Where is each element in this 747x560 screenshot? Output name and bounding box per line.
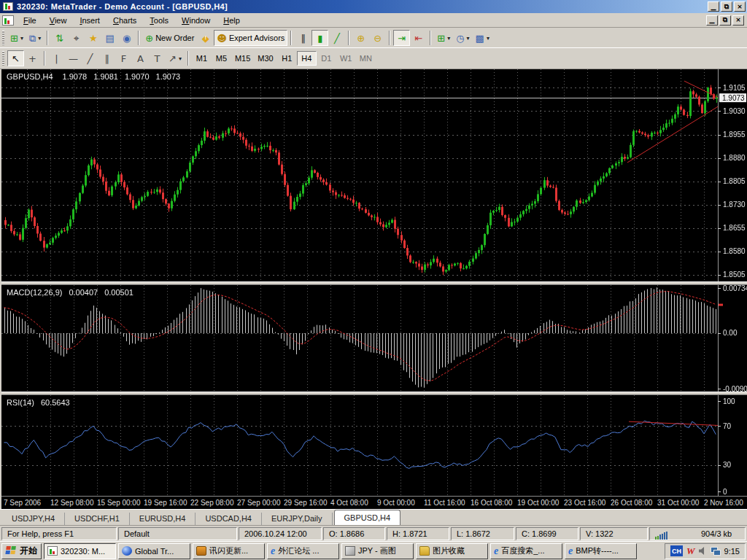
timeframe-w1[interactable]: W1 (336, 51, 356, 66)
rsi-panel-canvas[interactable] (1, 395, 747, 496)
mdi-close-button[interactable]: × (732, 15, 744, 26)
fibonacci-button[interactable]: F (115, 50, 132, 66)
periods-button[interactable]: ◷▾ (453, 30, 472, 46)
taskbar-task[interactable]: 320230: M... (44, 543, 116, 559)
profiles-button[interactable]: ⧉▾ (26, 30, 44, 46)
timeframe-m5[interactable]: M5 (212, 51, 231, 66)
chart-tab-eurjpy-daily[interactable]: EURJPY,Daily (262, 513, 333, 525)
metaeditor-alert-icon[interactable]: ◆! (197, 30, 214, 46)
text-button[interactable]: A (132, 50, 149, 66)
indicators-button[interactable]: ⊞▾ (434, 30, 453, 46)
taskbar-task[interactable]: 图片收藏 (416, 543, 488, 559)
volume-icon[interactable] (699, 547, 707, 555)
chart-tab-usdjpy-h4[interactable]: USDJPY,H4 (2, 513, 65, 525)
network-icon[interactable] (711, 547, 721, 556)
taskbar-task[interactable]: JPY - 画图 (341, 543, 414, 559)
chart-tab-eurusd-h4[interactable]: EURUSD,H4 (130, 513, 196, 525)
indicators-button-dropdown-icon[interactable]: ▾ (447, 35, 450, 42)
taskbar-task[interactable]: e百度搜索_... (490, 543, 562, 559)
toolbar-grip[interactable] (2, 51, 4, 66)
templates-button-dropdown-icon[interactable]: ▾ (487, 35, 489, 42)
zoom-in-button[interactable]: ⊕ (352, 30, 369, 46)
taskbar-task[interactable]: eBMP转----... (565, 543, 637, 559)
line-chart-button[interactable]: ╱ (328, 30, 345, 46)
chart-shift-button[interactable]: ⇤ (410, 30, 427, 46)
navigator-button[interactable]: ★ (85, 30, 101, 46)
mdi-restore-button[interactable]: ⧉ (719, 15, 731, 26)
templates-button[interactable]: ▩▾ (473, 30, 492, 46)
timeframe-d1[interactable]: D1 (317, 51, 336, 66)
auto-scroll-button[interactable]: ⇥ (393, 30, 410, 46)
toolbar-grip[interactable] (2, 31, 4, 45)
menu-file[interactable]: File (17, 15, 43, 26)
restore-button[interactable]: ⧉ (721, 1, 732, 12)
connection-traffic: 904/3 kb (701, 529, 732, 538)
bar-chart-icon: ‖ (301, 34, 306, 43)
new-chart-button[interactable]: ⊞▾ (7, 30, 26, 46)
indicators-icon: ⊞ (437, 34, 445, 43)
price-chart-canvas[interactable] (1, 69, 747, 281)
window-title: 320230: MetaTrader - Demo Account - [GBP… (17, 2, 228, 11)
orange-icon (196, 546, 206, 556)
start-button[interactable]: 开始 (1, 543, 42, 559)
arrows-button[interactable]: ↗▾ (166, 50, 185, 66)
menu-charts[interactable]: Charts (107, 15, 143, 26)
expert-advisors-button[interactable]: ☻Expert Advisors (214, 30, 287, 46)
windows-logo-icon (5, 546, 18, 556)
vertical-line-button[interactable]: | (48, 50, 65, 66)
taskbar-task[interactable]: e外汇论坛 ... (267, 543, 339, 559)
new-chart-button-dropdown-icon[interactable]: ▾ (20, 35, 23, 42)
menu-help[interactable]: Help (217, 15, 247, 26)
status-close: C: 1.8699 (516, 527, 578, 540)
sogou-icon[interactable]: W (686, 545, 695, 557)
chart-tab-gbpusd-h4[interactable]: GBPUSD,H4 (334, 510, 401, 525)
taskbar-task[interactable]: Global Tr... (118, 543, 190, 559)
new-order-button[interactable]: ⊕New Order (142, 30, 197, 46)
timeframe-h4[interactable]: H4 (297, 51, 317, 66)
time-axis-label: 26 Oct 08:00 (611, 499, 652, 507)
ime-indicator[interactable]: CH (670, 545, 683, 556)
market-watch-button[interactable]: ⇅ (51, 30, 68, 46)
cursor-button[interactable]: ↖ (7, 50, 24, 66)
fibonacci-icon: F (121, 54, 126, 63)
channel-button[interactable]: ∥ (98, 50, 115, 66)
menu-window[interactable]: Window (175, 15, 217, 26)
periods-button-dropdown-icon[interactable]: ▾ (467, 35, 470, 42)
timeframe-h1[interactable]: H1 (277, 51, 297, 66)
profiles-button-dropdown-icon[interactable]: ▾ (38, 35, 41, 42)
close-button[interactable]: × (734, 1, 746, 12)
taskbar-task[interactable]: 讯闪更新... (193, 543, 265, 559)
candlestick-chart-icon: ▮ (317, 34, 322, 43)
zoom-out-button[interactable]: ⊖ (369, 30, 386, 46)
minimize-button[interactable]: ▁ (708, 1, 719, 12)
menu-tools[interactable]: Tools (143, 15, 175, 26)
crosshair-button[interactable]: + (24, 50, 41, 66)
time-axis-label: 15 Sep 00:00 (97, 499, 141, 507)
mdi-minimize-button[interactable]: ▁ (706, 15, 718, 26)
timeframe-mn[interactable]: MN (356, 51, 376, 66)
timeframe-m1[interactable]: M1 (192, 51, 212, 66)
time-axis[interactable]: 7 Sep 200612 Sep 08:0015 Sep 00:0019 Sep… (1, 496, 747, 509)
chart-mdi-icon[interactable] (2, 15, 14, 26)
auto-scroll-icon: ⇥ (398, 34, 406, 43)
data-window-button[interactable]: ⌖ (68, 30, 85, 46)
trendline-button[interactable]: ╱ (82, 50, 98, 66)
cursor-icon: ↖ (12, 54, 20, 63)
chart-region: GBPUSD,H41.90781.90811.90701.9073 MACD(1… (0, 69, 747, 509)
timeframe-m30[interactable]: M30 (254, 51, 276, 66)
candlestick-chart-button[interactable]: ▮ (311, 30, 328, 46)
macd-panel-canvas[interactable] (1, 285, 747, 392)
bar-chart-button[interactable]: ‖ (295, 30, 311, 46)
menu-view[interactable]: View (43, 15, 74, 26)
text-label-button[interactable]: T (149, 50, 166, 66)
chart-tab-usdchf-h1[interactable]: USDCHF,H1 (65, 513, 130, 525)
profiles-icon: ⧉ (29, 34, 36, 43)
chart-tab-usdcad-h4[interactable]: USDCAD,H4 (196, 513, 262, 525)
horizontal-line-button[interactable]: — (65, 50, 82, 66)
terminal-button[interactable]: ▤ (101, 30, 118, 46)
macd-label: MACD(12,26,9)0.004070.00501 (7, 288, 140, 297)
arrows-button-dropdown-icon[interactable]: ▾ (179, 55, 182, 62)
strategy-tester-button[interactable]: ◉ (118, 30, 135, 46)
menu-insert[interactable]: Insert (73, 15, 107, 26)
timeframe-m15[interactable]: M15 (231, 51, 254, 66)
